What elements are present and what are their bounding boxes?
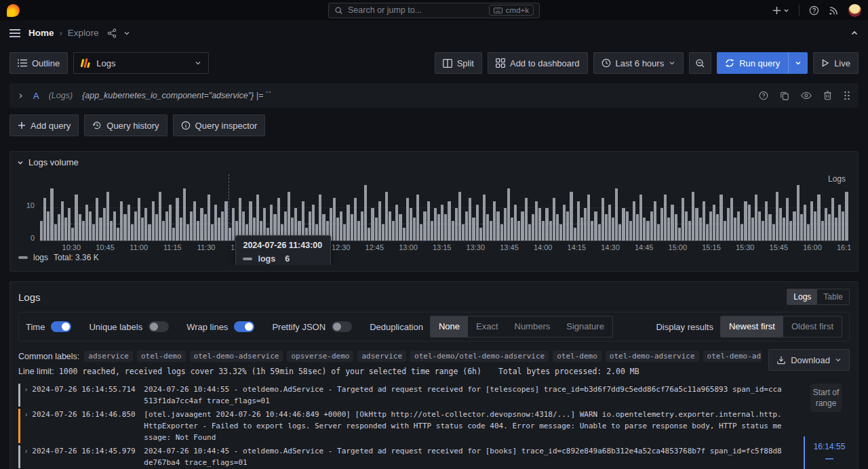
- legend-series[interactable]: logs: [33, 253, 48, 262]
- log-level-indicator: [18, 445, 20, 468]
- volume-bar: [385, 192, 388, 241]
- live-button[interactable]: Live: [813, 52, 859, 74]
- volume-bar: [493, 201, 496, 241]
- hide-query-icon[interactable]: [801, 91, 812, 100]
- display-option-newest-first[interactable]: Newest first: [721, 317, 783, 337]
- toggle-switch[interactable]: [51, 321, 71, 332]
- log-navigation-scrollbar[interactable]: [804, 436, 805, 469]
- toggle-prettify-json[interactable]: Prettify JSON: [272, 321, 352, 332]
- duplicate-query-icon[interactable]: [780, 91, 789, 100]
- logs-volume-chart[interactable]: Logs 10 0 2024-07-26 11:43:00 logs 6 10:…: [17, 174, 851, 265]
- log-expand-icon[interactable]: ›: [25, 409, 27, 443]
- view-option-table[interactable]: Table: [817, 289, 849, 304]
- drag-handle-icon[interactable]: [844, 91, 850, 100]
- volume-bar: [643, 218, 646, 241]
- add-to-dashboard-button[interactable]: Add to dashboard: [488, 52, 588, 74]
- dedup-option-numbers[interactable]: Numbers: [507, 317, 559, 337]
- explore-toolbar: Outline Logs Split Add to dashboard Last…: [0, 45, 868, 74]
- toggle-label: Unique labels: [89, 322, 142, 332]
- legend-total: Total: 3.36 K: [54, 253, 99, 262]
- toggle-wrap-lines[interactable]: Wrap lines: [186, 321, 254, 332]
- query-history-button[interactable]: Query history: [84, 115, 167, 136]
- chart-tooltip: 2024-07-26 11:43:00 logs 6: [235, 235, 331, 265]
- dedup-option-none[interactable]: None: [431, 317, 468, 337]
- toggle-unique-labels[interactable]: Unique labels: [89, 321, 169, 332]
- avatar[interactable]: [848, 4, 861, 17]
- chart-plot-area[interactable]: 2024-07-26 11:43:00 logs 6: [40, 185, 848, 241]
- add-query-button[interactable]: Add query: [9, 115, 79, 136]
- log-row[interactable]: ›2024-07-26 16:14:45.9792024-07-26 10:44…: [18, 445, 782, 469]
- menu-icon[interactable]: [9, 29, 20, 37]
- search-input[interactable]: Search or jump to... cmd+k: [328, 3, 540, 18]
- run-query-button[interactable]: Run query: [717, 52, 808, 74]
- news-icon[interactable]: [829, 5, 839, 16]
- expand-query-icon[interactable]: [18, 93, 24, 99]
- x-tick: 12:30: [332, 243, 351, 251]
- dedup-option-exact[interactable]: Exact: [468, 317, 507, 337]
- datasource-picker[interactable]: Logs: [73, 52, 209, 74]
- view-option-logs[interactable]: Logs: [787, 289, 817, 304]
- crosshair-vertical: [229, 174, 229, 241]
- run-query-caret[interactable]: [788, 52, 808, 74]
- delete-query-icon[interactable]: [823, 91, 832, 100]
- zoom-out-button[interactable]: [689, 52, 711, 74]
- split-button[interactable]: Split: [435, 52, 482, 74]
- volume-bar: [598, 224, 601, 241]
- common-label-badge: otel-demo-adservice-74c85b4888-…: [703, 350, 762, 362]
- volume-bar: [389, 211, 391, 241]
- breadcrumb-page[interactable]: Explore: [68, 28, 99, 38]
- volume-bar: [476, 205, 479, 241]
- display-option-oldest-first[interactable]: Oldest first: [783, 317, 842, 337]
- volume-bars: [40, 185, 848, 241]
- toggle-label: Time: [26, 322, 45, 332]
- query-editor: A (Logs) {app_kubernetes_io_component="a…: [9, 83, 859, 136]
- download-button[interactable]: Download: [768, 349, 850, 371]
- volume-bar: [204, 214, 207, 241]
- grafana-logo-icon[interactable]: [7, 4, 20, 17]
- query-expression[interactable]: {app_kubernetes_io_component="adservice"…: [82, 91, 271, 100]
- volume-bar: [92, 224, 95, 241]
- chevron-down-icon[interactable]: [123, 30, 130, 37]
- volume-bar: [511, 218, 513, 241]
- outline-button[interactable]: Outline: [9, 52, 68, 74]
- tooltip-time: 2024-07-26 11:43:00: [243, 241, 322, 250]
- volume-bar: [748, 205, 751, 241]
- volume-bar: [221, 211, 224, 241]
- share-icon[interactable]: [107, 28, 117, 38]
- query-inspector-button[interactable]: Query inspector: [173, 115, 266, 136]
- volume-bar: [807, 224, 810, 241]
- total-bytes: Total bytes processed: 2.00 MB: [498, 367, 639, 376]
- dedup-option-signature[interactable]: Signature: [558, 317, 612, 337]
- log-message: [otel.javaagent 2024-07-26 10:44:46:849 …: [144, 409, 782, 443]
- help-icon[interactable]: [809, 5, 819, 16]
- volume-bar: [256, 195, 259, 241]
- toggle-switch[interactable]: [234, 321, 254, 332]
- chart-legend[interactable]: logs Total: 3.36 K: [18, 253, 99, 262]
- x-tick: 14:15: [568, 243, 587, 251]
- breadcrumb-home[interactable]: Home: [28, 28, 54, 38]
- volume-bar: [772, 224, 775, 241]
- common-labels-list: adserviceotel-demootel-demo-adserviceops…: [84, 350, 762, 362]
- volume-bar: [719, 195, 722, 241]
- volume-bar: [193, 201, 196, 241]
- new-button[interactable]: [772, 6, 789, 15]
- toggle-time[interactable]: Time: [26, 321, 71, 332]
- log-row[interactable]: ›2024-07-26 16:14:55.7142024-07-26 10:44…: [18, 383, 782, 408]
- collapse-section-icon[interactable]: [850, 29, 859, 37]
- x-tick: 15:00: [669, 243, 688, 251]
- toggle-label: Prettify JSON: [272, 322, 326, 332]
- toggle-switch[interactable]: [149, 321, 169, 332]
- log-row[interactable]: ›2024-07-26 16:14:46.850[otel.javaagent …: [18, 408, 782, 445]
- query-row[interactable]: A (Logs) {app_kubernetes_io_component="a…: [9, 83, 859, 108]
- legend-swatch: [18, 256, 28, 259]
- volume-bar: [730, 198, 733, 241]
- query-help-icon[interactable]: [759, 91, 768, 100]
- x-tick: 10:30: [62, 243, 81, 251]
- volume-bar: [214, 205, 217, 241]
- toggle-switch[interactable]: [332, 321, 352, 332]
- time-range-picker[interactable]: Last 6 hours: [593, 52, 684, 74]
- log-expand-icon[interactable]: ›: [25, 445, 27, 468]
- log-expand-icon[interactable]: ›: [25, 384, 27, 407]
- collapse-panel-icon[interactable]: [17, 159, 24, 166]
- volume-bar: [804, 205, 806, 241]
